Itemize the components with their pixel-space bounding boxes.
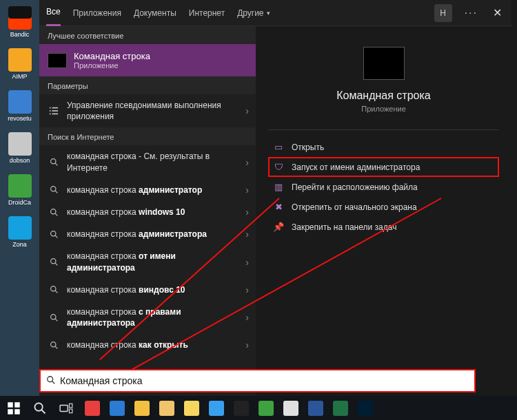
svg-point-12 [50,231,55,235]
tab-all[interactable]: Все [46,0,61,26]
svg-line-23 [52,381,55,384]
chevron-right-icon: › [245,105,249,116]
taskbar-app-chrome[interactable] [130,396,154,420]
desktop-icons-strip: BandicAIMPrevosetudobsonDroidCaZona [0,0,39,396]
svg-point-18 [50,314,55,319]
web-result-item[interactable]: командная строка администратора› [39,223,256,245]
bandicam-icon [234,401,249,416]
tab-docs[interactable]: Документы [134,0,176,26]
web-result-text: командная строка администратора [67,229,239,240]
web-result-item[interactable]: командная строка администратор› [39,179,256,201]
taskbar-app-paint[interactable] [278,396,303,420]
svg-rect-2 [50,110,51,112]
desktop-icon-bandic[interactable]: Bandic [3,1,37,43]
web-result-item[interactable]: командная строка windows 10› [39,201,256,223]
search-icon [46,375,56,387]
chevron-right-icon: › [245,257,249,268]
svg-rect-26 [8,409,13,414]
search-icon [48,341,60,350]
web-result-text: командная строка администратор [67,185,239,196]
taskbar-app-notes[interactable] [179,396,204,420]
divider [268,129,499,130]
search-icon [48,230,60,239]
taskbar-app-downloads[interactable] [204,396,229,420]
notes-icon [184,401,199,416]
web-result-item[interactable]: командная строка от имени администратора… [39,245,256,278]
more-options-button[interactable]: ··· [465,7,478,19]
settings-list-icon [48,106,60,116]
web-result-item[interactable]: командная строка как открыть› [39,334,256,356]
web-result-item[interactable]: командная строка виндовс 10› [39,279,256,301]
svg-rect-3 [52,110,58,112]
preview-pane: Командная строка Приложение ▭ Открыть 🛡 … [256,26,511,396]
tab-web[interactable]: Интернет [189,0,225,26]
taskbar-app-photoshop[interactable] [353,396,378,420]
svg-rect-24 [8,402,13,408]
desktop-icon-revosetu[interactable]: revosetu [3,85,37,127]
search-bar[interactable] [39,369,476,392]
params-alias-item[interactable]: Управление псевдонимами выполнения прило… [39,94,256,127]
search-input[interactable] [60,375,469,386]
best-match-title: Командная строка [74,51,150,61]
web-result-item[interactable]: командная строка - См. результаты в Инте… [39,145,256,178]
action-unpin-start-label: Открепить от начального экрана [292,202,417,212]
svg-point-28 [35,403,43,410]
action-open-file-location[interactable]: ▥ Перейти к расположению файла [268,177,499,197]
svg-point-8 [50,187,55,191]
desktop-icon-label: Bandic [3,31,37,38]
web-result-text: командная строка как открыть [67,339,239,350]
taskbar-app-bandicam[interactable] [229,396,254,420]
svg-point-14 [50,259,55,264]
photoshop-icon [358,401,373,416]
chevron-right-icon: › [245,157,249,168]
svg-line-11 [55,213,57,216]
desktop-icon-label: Zona [3,241,37,248]
desktop-icon-label: DroidCa [3,199,37,206]
desktop-icon-zona[interactable]: Zona [3,211,37,253]
chevron-right-icon: › [245,312,249,323]
taskbar-search-button[interactable] [28,396,52,420]
taskbar-app-excel[interactable] [328,396,353,420]
chrome-icon [134,401,150,416]
taskview-button[interactable] [54,396,79,420]
taskbar-app-opera[interactable] [80,396,105,420]
svg-line-7 [55,163,57,165]
desktop-icon-aimp[interactable]: AIMP [3,43,37,85]
downloads-icon [209,401,224,416]
svg-line-15 [55,263,57,265]
section-parameters: Параметры [39,76,256,94]
tab-more-label: Другие [237,8,263,18]
opera-icon [85,401,100,416]
taskbar-app-word[interactable] [303,396,328,420]
svg-rect-31 [69,403,72,408]
desktop-icon-dobson[interactable]: dobson [3,127,37,169]
taskbar-app-folder[interactable] [154,396,179,420]
action-open[interactable]: ▭ Открыть [268,137,499,157]
excel-icon [333,401,348,416]
action-unpin-start[interactable]: ✖ Открепить от начального экрана [268,197,499,217]
taskbar-app-edge[interactable] [105,396,130,420]
search-icon [48,258,60,266]
action-pin-taskbar[interactable]: 📌 Закрепить на панели задач [268,217,499,237]
preview-subtitle: Приложение [268,105,499,113]
best-match-item[interactable]: Командная строка Приложение [39,44,256,76]
tab-more[interactable]: Другие ▾ [237,0,270,26]
folder-icon: ▥ [272,182,285,192]
svg-line-9 [55,191,57,193]
search-icon [48,185,60,194]
user-avatar-button[interactable]: Н [434,4,452,22]
tab-apps[interactable]: Приложения [73,0,121,26]
close-button[interactable]: ✕ [490,6,505,19]
start-button[interactable] [1,396,26,420]
desktop-icon-droidca[interactable]: DroidCa [3,169,37,211]
chevron-right-icon: › [245,339,249,350]
paint-icon [283,401,298,416]
taskbar-app-utorrent[interactable] [254,396,278,420]
svg-rect-1 [52,107,58,109]
svg-rect-30 [60,405,68,411]
chevron-right-icon: › [245,229,249,240]
best-match-subtitle: Приложение [74,61,150,70]
search-icon [48,285,60,294]
svg-rect-4 [50,114,51,115]
action-run-as-admin[interactable]: 🛡 Запуск от имени администратора [268,157,499,177]
